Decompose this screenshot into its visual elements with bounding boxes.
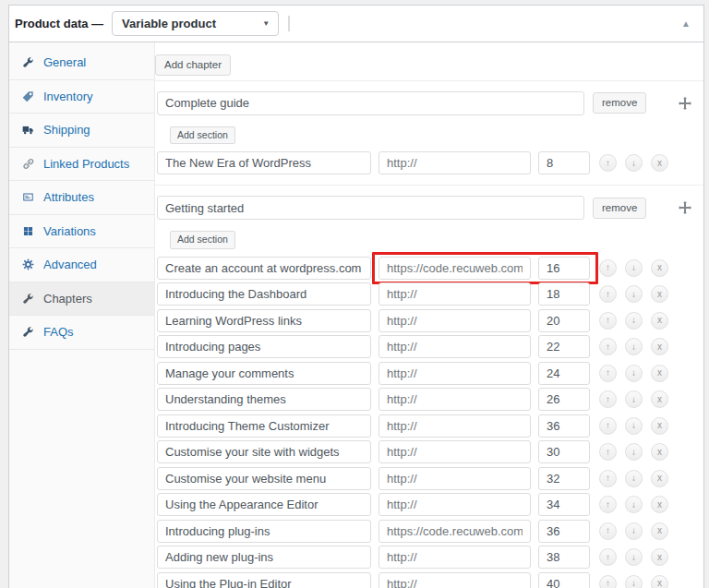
section-title-input[interactable] [157,309,371,332]
move-up-button[interactable]: ↑ [599,575,617,588]
move-handle-icon[interactable] [678,200,692,215]
move-down-button[interactable]: ↓ [625,496,643,513]
delete-section-button[interactable]: x [651,522,668,540]
section-url-input[interactable] [379,362,531,385]
add-chapter-button[interactable]: Add chapter [155,54,231,76]
sidebar-item-variations[interactable]: Variations [9,215,154,249]
sidebar-item-advanced[interactable]: Advanced [9,248,154,282]
move-down-button[interactable]: ↓ [625,575,643,588]
section-url-input[interactable] [379,546,531,569]
section-title-input[interactable] [157,335,371,358]
move-down-button[interactable]: ↓ [625,390,643,408]
section-url-input[interactable] [379,520,531,543]
move-up-button[interactable]: ↑ [599,496,617,513]
section-url-input[interactable] [379,335,531,358]
chapter-title-input[interactable] [157,91,584,115]
section-url-input[interactable] [379,151,531,174]
move-down-button[interactable]: ↓ [625,548,643,566]
move-up-button[interactable]: ↑ [599,522,617,540]
sidebar-item-chapters[interactable]: Chapters [9,282,154,317]
section-pages-input[interactable] [538,520,590,543]
section-title-input[interactable] [157,520,371,543]
add-section-button[interactable]: Add section [170,126,235,145]
section-url-input[interactable] [379,414,531,438]
section-url-input[interactable] [379,309,531,332]
delete-section-button[interactable]: x [651,417,668,435]
section-url-input[interactable] [379,493,531,516]
section-pages-input[interactable] [538,493,590,516]
move-handle-icon[interactable] [678,96,692,111]
section-url-input[interactable] [379,257,531,280]
delete-section-button[interactable]: x [651,285,668,303]
section-pages-input[interactable] [538,467,590,490]
add-section-button[interactable]: Add section [170,231,235,249]
move-up-button[interactable]: ↑ [599,443,617,461]
move-down-button[interactable]: ↓ [625,285,643,303]
section-url-input[interactable] [379,572,531,588]
section-pages-input[interactable] [538,282,590,306]
delete-section-button[interactable]: x [651,365,668,382]
section-title-input[interactable] [157,493,371,516]
sidebar-item-shipping[interactable]: Shipping [9,114,154,148]
move-up-button[interactable]: ↑ [599,417,617,435]
move-down-button[interactable]: ↓ [625,470,643,487]
move-down-button[interactable]: ↓ [625,365,643,382]
move-up-button[interactable]: ↑ [599,365,617,382]
delete-section-button[interactable]: x [651,443,668,461]
section-title-input[interactable] [157,151,371,174]
section-pages-input[interactable] [538,335,590,358]
delete-section-button[interactable]: x [651,312,668,330]
section-pages-input[interactable] [538,388,590,411]
remove-chapter-button[interactable]: remove [593,92,646,114]
sidebar-item-linked-products[interactable]: Linked Products [9,148,154,182]
move-down-button[interactable]: ↓ [625,259,643,277]
delete-section-button[interactable]: x [651,390,668,408]
sidebar-item-inventory[interactable]: Inventory [9,80,154,114]
section-url-input[interactable] [379,440,531,463]
move-up-button[interactable]: ↑ [599,338,617,355]
delete-section-button[interactable]: x [651,259,668,277]
move-down-button[interactable]: ↓ [625,312,643,330]
remove-chapter-button[interactable]: remove [593,198,646,219]
section-pages-input[interactable] [538,309,590,332]
section-pages-input[interactable] [538,572,590,588]
section-pages-input[interactable] [538,414,590,438]
section-title-input[interactable] [157,440,371,463]
section-pages-input[interactable] [538,546,590,569]
move-down-button[interactable]: ↓ [625,443,643,461]
section-pages-input[interactable] [538,362,590,385]
delete-section-button[interactable]: x [651,496,668,513]
sidebar-item-attributes[interactable]: Attributes [9,181,154,215]
move-up-button[interactable]: ↑ [599,285,617,303]
delete-section-button[interactable]: x [651,338,668,355]
collapse-toggle-icon[interactable]: ▲ [681,19,691,29]
section-title-input[interactable] [157,362,371,385]
move-down-button[interactable]: ↓ [625,522,643,540]
product-type-select[interactable]: Variable product ▼ [112,11,279,36]
delete-section-button[interactable]: x [651,575,668,588]
section-title-input[interactable] [157,467,371,490]
move-up-button[interactable]: ↑ [599,390,617,408]
move-down-button[interactable]: ↓ [625,417,643,435]
section-url-input[interactable] [379,282,531,306]
section-title-input[interactable] [157,257,371,280]
move-up-button[interactable]: ↑ [599,312,617,330]
move-down-button[interactable]: ↓ [625,338,643,355]
move-up-button[interactable]: ↑ [599,154,617,172]
section-pages-input[interactable] [538,151,590,174]
section-title-input[interactable] [157,414,371,438]
section-title-input[interactable] [157,282,371,306]
section-title-input[interactable] [157,388,371,411]
section-pages-input[interactable] [538,440,590,463]
section-url-input[interactable] [379,467,531,490]
chapter-title-input[interactable] [157,196,584,220]
move-up-button[interactable]: ↑ [599,548,617,566]
section-url-input[interactable] [379,388,531,411]
move-up-button[interactable]: ↑ [599,259,617,277]
delete-section-button[interactable]: x [651,154,668,172]
delete-section-button[interactable]: x [651,548,668,566]
move-down-button[interactable]: ↓ [625,154,643,172]
section-title-input[interactable] [157,546,371,569]
section-title-input[interactable] [157,572,371,588]
move-up-button[interactable]: ↑ [599,470,617,487]
